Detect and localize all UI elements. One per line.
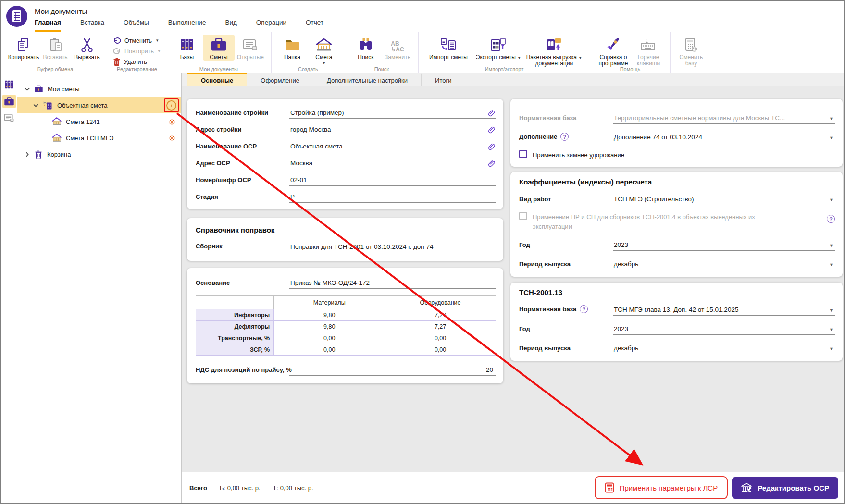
apply-parameters-button[interactable]: Применить параметры к ЛСР	[596, 478, 726, 497]
help-icon[interactable]: ?	[827, 215, 835, 223]
menu-tab-vid[interactable]: Вид	[225, 19, 236, 32]
tab-osnovnye[interactable]: Основные	[187, 73, 247, 86]
period-select[interactable]: декабрь▼	[613, 260, 835, 270]
ribbon-group-clipboard: Копировать Вставить Вырезать Буфер обмен…	[3, 32, 108, 73]
year-select[interactable]: 2023▼	[613, 241, 835, 251]
paperclip-icon[interactable]	[488, 110, 495, 117]
rail-estimates-icon[interactable]	[2, 95, 16, 108]
batch-export-icon	[546, 35, 563, 53]
chevron-down-icon[interactable]	[33, 104, 38, 107]
osr-number-field[interactable]: 02-01	[289, 176, 496, 186]
rail-open-icon[interactable]	[2, 111, 16, 125]
content-tabs: Основные Оформление Дополнительные настр…	[182, 73, 844, 86]
new-folder-button[interactable]: Папка	[276, 35, 308, 61]
menu-tab-glavnaya[interactable]: Главная	[35, 19, 61, 32]
paperclip-icon[interactable]	[488, 160, 495, 167]
batch-export-button[interactable]: Пакетная выгрузка ▼документации	[523, 35, 585, 67]
table-cell[interactable]: 0,00	[274, 332, 385, 344]
chevron-right-icon[interactable]	[24, 152, 30, 157]
collection-field[interactable]: Поправки для ТСН-2001 от 03.10.2024 г. д…	[289, 243, 496, 252]
base-total-value: Б: 0,00 тыс. р.	[220, 484, 261, 492]
keyboard-icon	[640, 35, 657, 53]
tsn13-base-select[interactable]: ТСН МГЭ глава 13. Доп. 42 от 15.01.2025▼	[613, 306, 835, 316]
chevron-down-icon[interactable]	[24, 87, 30, 91]
new-estimate-dropdown-icon[interactable]: ▼	[322, 61, 326, 65]
field-label: Нормативная база?	[519, 305, 613, 316]
undo-dropdown-icon[interactable]: ▼	[155, 39, 159, 43]
paste-button[interactable]: Вставить	[39, 35, 71, 61]
redo-button[interactable]: Повторить ▼	[113, 47, 161, 56]
table-cell[interactable]: 9,80	[274, 321, 385, 332]
rail-bases-icon[interactable]	[2, 78, 16, 91]
construction-name-field[interactable]: Стройка (пример)	[289, 109, 496, 119]
tree-item-object-estimate[interactable]: Объектная смета i	[17, 97, 181, 113]
help-icon[interactable]: ?	[560, 133, 569, 141]
nr-sp-checkbox[interactable]	[519, 212, 527, 220]
main-content: Основные Оформление Дополнительные настр…	[182, 73, 844, 503]
tree-item-estimate-tsn-mge[interactable]: Смета ТСН МГЭ	[17, 130, 181, 146]
osr-address-field[interactable]: Москва	[289, 160, 496, 169]
tab-oformlenie[interactable]: Оформление	[247, 73, 313, 86]
undo-button[interactable]: Отменить ▼	[113, 36, 161, 45]
batch-export-dropdown-icon[interactable]: ▼	[578, 56, 582, 60]
export-dropdown-icon[interactable]: ▼	[517, 56, 521, 60]
menu-tab-vstavka[interactable]: Вставка	[80, 19, 104, 32]
tsn13-year-select[interactable]: 2023▼	[613, 325, 835, 335]
cut-button[interactable]: Вырезать	[71, 35, 103, 61]
group-label-search: Поиск	[345, 66, 418, 72]
stage-field[interactable]: Р	[289, 193, 496, 203]
copy-button[interactable]: Копировать	[8, 35, 39, 61]
import-estimate-button[interactable]: Импорт сметы	[423, 35, 473, 61]
tsn13-period-select[interactable]: декабрь▼	[613, 344, 835, 354]
info-icon-annotation[interactable]: i	[164, 98, 179, 112]
tree-item-label: Корзина	[47, 151, 71, 158]
tree-item-recycle-bin[interactable]: Корзина	[17, 146, 181, 162]
winter-checkbox[interactable]	[519, 150, 527, 158]
table-cell[interactable]: 0,00	[385, 332, 496, 344]
bases-button[interactable]: Базы	[171, 35, 203, 61]
table-cell[interactable]: 0,00	[274, 344, 385, 356]
search-button[interactable]: Поиск	[350, 35, 382, 61]
field-label: Сборник	[196, 243, 289, 252]
menu-tab-otchet[interactable]: Отчет	[306, 19, 323, 32]
replace-button[interactable]: AB↳AC Заменить	[382, 35, 413, 61]
tab-itogi[interactable]: Итоги	[422, 73, 465, 86]
info-icon[interactable]: i	[166, 100, 176, 111]
tree-item-estimate-1241[interactable]: Смета 1241	[17, 113, 181, 130]
briefcase-icon	[211, 35, 227, 53]
about-button[interactable]: Справка о программе	[595, 35, 632, 67]
field-label: Период выпуска	[519, 260, 613, 270]
paperclip-icon[interactable]	[488, 126, 495, 134]
help-icon[interactable]: ?	[580, 305, 588, 313]
field-label: Адрес ОСР	[196, 160, 289, 169]
open-documents-button[interactable]: Открытые	[235, 35, 266, 61]
paperclip-icon[interactable]	[488, 143, 495, 150]
change-base-button[interactable]: Сменить базу	[675, 35, 707, 67]
export-estimate-button[interactable]: Экспорт сметы ▼	[473, 35, 523, 61]
redo-dropdown-icon: ▼	[157, 49, 161, 53]
tree-item-my-estimates[interactable]: Мои сметы	[17, 81, 181, 97]
work-type-select[interactable]: ТСН МГЭ (Строительство)▼	[613, 196, 835, 205]
menu-tab-obyomy[interactable]: Объёмы	[124, 19, 149, 32]
winter-checkbox-row: Применить зимнее удорожание	[519, 150, 835, 160]
table-cell[interactable]: 7,27	[385, 321, 496, 332]
edit-osr-button[interactable]: Редактировать ОСР	[732, 477, 838, 499]
building-icon	[43, 100, 53, 110]
osr-name-field[interactable]: Объектная смета	[289, 143, 496, 152]
table-cell[interactable]: 7,27	[385, 309, 496, 321]
tab-dopolnitelnye-nastroyki[interactable]: Дополнительные настройки	[313, 73, 422, 86]
delete-button[interactable]: Удалить	[113, 57, 161, 66]
construction-address-field[interactable]: город Москва	[289, 126, 496, 135]
menu-tab-vypolnenie[interactable]: Выполнение	[168, 19, 206, 32]
normative-base-select[interactable]: Территориальные сметные нормативы для Мо…	[613, 114, 835, 124]
estimates-button[interactable]: Сметы	[203, 35, 235, 61]
supplement-select[interactable]: Дополнение 74 от 03.10.2024▼	[613, 134, 835, 143]
table-cell[interactable]: 9,80	[274, 309, 385, 321]
hotkeys-button[interactable]: Горячие клавиши	[632, 35, 665, 67]
menu-tab-operacii[interactable]: Операции	[256, 19, 286, 32]
basis-field[interactable]: Приказ № МКЭ-ОД/24-172	[289, 279, 496, 289]
sparkle-icon	[168, 118, 175, 125]
table-cell[interactable]: 0,00	[385, 344, 496, 356]
new-estimate-button[interactable]: Смета ▼	[308, 35, 340, 65]
vat-field[interactable]: 20	[289, 366, 496, 376]
